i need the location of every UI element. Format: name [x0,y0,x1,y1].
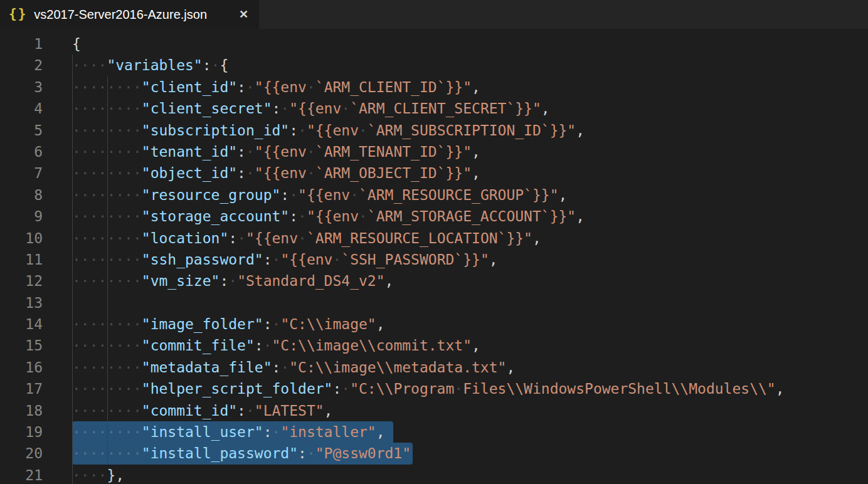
json-punctuation: : [280,187,289,203]
code-line[interactable]: ········"helper_script_folder":·"C:\\Pro… [72,378,868,399]
whitespace-dots: · [272,251,281,268]
line-number: 13 [0,292,72,313]
whitespace-dots: · [211,57,220,73]
code-row: 12········"vm_size":·"Standard_DS4_v2", [0,270,868,292]
json-string-value: "{{env [289,100,341,117]
whitespace-dots: · [272,316,281,332]
json-punctuation: : [289,122,298,139]
json-string-value: "C:\\Program [350,381,454,397]
line-text: ········"ssh_password":·"{{env·`SSH_PASS… [72,249,498,270]
whitespace-dots: ···· [72,57,107,73]
code-row: 3········"client_id":·"{{env·`ARM_CLIENT… [0,76,868,98]
whitespace-dots: · [246,402,255,419]
code-line[interactable]: ········"client_id":·"{{env·`ARM_CLIENT_… [72,76,868,98]
whitespace-dots: · [237,230,246,246]
code-line[interactable]: ········"object_id":·"{{env·`ARM_OBJECT_… [72,162,868,184]
whitespace-dots: · [298,208,307,224]
json-string-value: "C:\\image\\commit.txt" [272,337,472,354]
json-punctuation: , [472,144,480,160]
line-number: 21 [0,465,72,484]
whitespace-dots: · [289,187,298,203]
json-punctuation: : [220,273,228,289]
code-line[interactable]: ········"metadata_file":·"C:\\image\\met… [72,357,868,378]
line-number: 20 [0,443,72,464]
code-line[interactable]: ········"resource_group":·"{{env·`ARM_RE… [72,184,868,206]
code-line[interactable]: ········"commit_file":·"C:\\image\\commi… [72,335,868,356]
code-line[interactable]: ········"storage_account":·"{{env·`ARM_S… [72,206,868,227]
code-line[interactable]: ········"location":·"{{env·`ARM_RESOURCE… [72,228,868,249]
line-number: 1 [0,33,72,55]
json-punctuation: , [541,100,550,117]
json-punctuation: , [489,251,498,268]
whitespace-dots: · [246,79,255,95]
code-line[interactable]: ········"ssh_password":·"{{env·`SSH_PASS… [72,249,868,270]
json-key: "client_id" [142,79,237,95]
code-row: 18········"commit_id":·"LATEST", [0,400,868,421]
code-line[interactable]: ········"tenant_id":·"{{env·`ARM_TENANT_… [72,141,868,162]
tab-title: vs2017-Server2016-Azure.json [34,8,207,22]
json-punctuation: , [472,337,480,354]
json-punctuation: { [220,57,228,73]
code-line[interactable] [72,292,868,313]
json-key: "metadata_file" [142,359,272,376]
line-text: ····"variables":·{ [72,55,228,76]
json-punctuation: , [472,165,480,181]
json-punctuation: : [263,424,272,440]
json-punctuation: : [237,165,246,181]
whitespace-dots: · [228,273,237,289]
code-line[interactable]: ········"image_folder":·"C:\\image", [72,313,868,335]
line-text: { [72,33,81,55]
line-text: ········"image_folder":·"C:\\image", [72,313,385,335]
tab-active[interactable]: {} vs2017-Server2016-Azure.json ✕ [0,0,259,29]
whitespace-dots: · [359,122,368,139]
json-string-value: `ARM_SUBSCRIPTION_ID`}}" [368,122,576,139]
json-punctuation: : [263,316,272,332]
line-text: ········"tenant_id":·"{{env·`ARM_TENANT_… [72,141,480,162]
json-key: "resource_group" [142,187,281,203]
line-number: 11 [0,249,72,270]
json-string-value: `ARM_RESOURCE_GROUP`}}" [359,187,559,203]
code-line[interactable]: ····}, [72,465,868,484]
json-string-value: "LATEST" [255,402,324,419]
code-line[interactable]: ········"client_secret":·"{{env·`ARM_CLI… [72,98,868,119]
json-key: "install_user" [142,424,263,440]
whitespace-dots: · [246,144,255,160]
json-key: "install_password" [142,445,298,461]
indent-guide [72,55,73,484]
code-row: 17········"helper_script_folder":·"C:\\P… [0,378,868,399]
code-row: 15········"commit_file":·"C:\\image\\com… [0,335,868,356]
code-row: 9········"storage_account":·"{{env·`ARM_… [0,206,868,227]
json-punctuation: , [376,424,385,440]
code-line[interactable]: ········"commit_id":·"LATEST", [72,400,868,421]
json-key: "helper_script_folder" [142,381,333,397]
json-string-value: "{{env [307,122,359,139]
code-row: 8········"resource_group":·"{{env·`ARM_R… [0,184,868,206]
json-key: "variables" [107,57,202,73]
whitespace-dots: ···· [72,467,107,483]
line-number: 3 [0,76,72,98]
code-line[interactable]: ········"vm_size":·"Standard_DS4_v2", [72,270,868,292]
json-punctuation: , [532,230,541,246]
editor[interactable]: 1{2····"variables":·{3········"client_id… [0,29,868,484]
close-icon[interactable]: ✕ [237,8,250,21]
code-line[interactable]: ········"subscription_id":·"{{env·`ARM_S… [72,120,868,141]
vscode-window: {} vs2017-Server2016-Azure.json ✕ 1{2···… [0,0,868,484]
code-line[interactable]: ····"variables":·{ [72,55,868,76]
code-row: 7········"object_id":·"{{env·`ARM_OBJECT… [0,162,868,184]
line-number: 7 [0,162,72,184]
json-key: "client_secret" [142,100,272,117]
json-punctuation: : [237,79,246,95]
whitespace-dots: · [359,208,368,224]
code-line[interactable]: ········"install_user":·"installer", [72,421,868,443]
json-string-value: Files\\WindowsPowerShell\\Modules\\" [463,381,776,397]
line-number: 2 [0,55,72,76]
json-string-value: "{{env [307,208,359,224]
json-punctuation: : [203,57,211,73]
code-line[interactable]: { [72,33,868,55]
line-number: 10 [0,228,72,249]
code-row: 10········"location":·"{{env·`ARM_RESOUR… [0,228,868,249]
code-row: 19········"install_user":·"installer", [0,421,868,443]
code-line[interactable]: ········"install_password":·"P@ssw0rd1" [72,443,868,464]
json-punctuation: : [332,381,341,397]
whitespace-dots: · [350,187,359,203]
